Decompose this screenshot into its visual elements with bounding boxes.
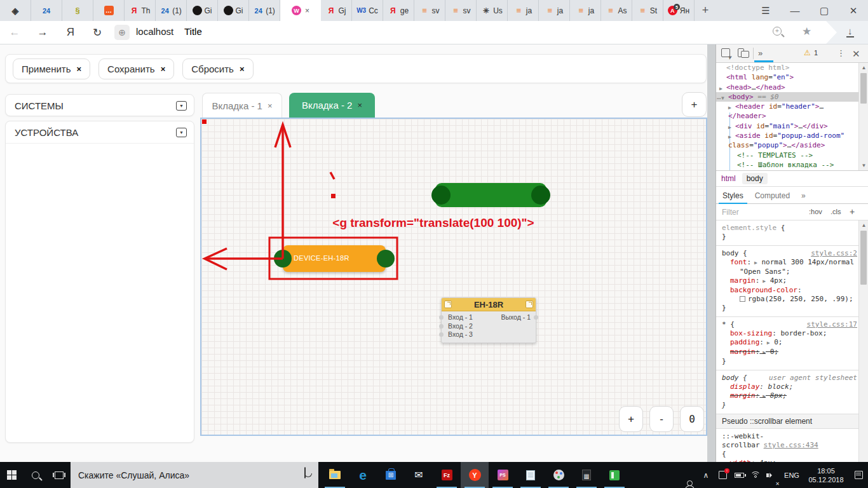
keyboard-language[interactable]: ENG [780, 471, 803, 479]
start-button[interactable] [0, 462, 24, 488]
window-close-button[interactable]: ✕ [839, 0, 868, 21]
add-editor-tab-button[interactable]: + [682, 92, 707, 117]
css-property[interactable]: font: ▶ normal 300 14px/normal "Open San… [722, 258, 857, 276]
css-property[interactable]: margin: ▶ 0; [722, 348, 857, 357]
tab-stackoverflow[interactable]: ≡St [632, 0, 663, 21]
dom-tree-line[interactable]: ▶<aside id="popup-add-room" [716, 131, 868, 140]
dom-tree-line[interactable]: ▶<head>…</head> [716, 83, 868, 92]
scroll-up-icon[interactable]: ▲ [859, 65, 868, 71]
taskbar-search-button[interactable] [24, 462, 47, 488]
window-maximize-button[interactable]: ▢ [810, 0, 839, 21]
taskbar-app-explorer[interactable] [321, 462, 349, 488]
css-property[interactable]: box-sizing: border-box; [722, 329, 857, 338]
site-globe-icon[interactable]: ⊕ [114, 25, 130, 40]
dom-tree-line[interactable]: class="popup">…</aside> [716, 140, 868, 150]
filter-input[interactable]: Filter [722, 208, 739, 217]
dom-tree-line[interactable]: <!-- TEMPLATES --> [716, 151, 868, 160]
window-minimize-button[interactable]: — [780, 0, 810, 21]
taskbar-app-filezilla[interactable]: Fz [433, 462, 461, 488]
new-rule-icon[interactable]: + [850, 207, 855, 217]
taskbar-app-store[interactable]: ⊞ [377, 462, 405, 488]
css-rule[interactable]: ::-webkit-scrollbarstyle.css:434{width: … [716, 429, 868, 462]
tab-github[interactable]: Gi [187, 0, 218, 21]
tab-wamp-active[interactable]: W× [280, 0, 321, 21]
dom-tree-line[interactable]: <!-- Шаблон вкладка --> [716, 160, 868, 170]
close-icon[interactable]: × [357, 100, 362, 110]
css-property[interactable]: background-color: [722, 286, 857, 295]
tab-orange[interactable]: … [93, 0, 125, 21]
node-copy-icon[interactable] [444, 301, 452, 308]
warning-icon[interactable]: ⚠ [804, 48, 811, 57]
css-property[interactable]: margin: ▶ 4px; [722, 276, 857, 286]
taskbar-app-phpstorm[interactable]: PS [489, 462, 517, 488]
tab-yandex-ge[interactable]: Яge [383, 0, 414, 21]
tab-w3schools[interactable]: W3Cc [352, 0, 383, 21]
node-output-row[interactable]: Выход - 1 [501, 313, 531, 322]
css-property[interactable]: padding: ▶ 0; [722, 338, 857, 348]
close-icon[interactable]: × [161, 64, 166, 74]
microphone-icon[interactable] [304, 468, 311, 477]
breadcrumb-body[interactable]: body [742, 173, 768, 184]
expand-arrow-icon[interactable]: ▶ [759, 349, 766, 355]
node-card-header[interactable]: EH-18R [442, 298, 536, 311]
dom-tree-scrollbar[interactable]: ▲ ▼ [858, 63, 868, 170]
tab-24-1[interactable]: 24(1) [249, 0, 280, 21]
tab-computed[interactable]: Computed [755, 191, 790, 200]
people-icon[interactable] [681, 473, 698, 478]
css-rule[interactable]: style.css:17* {box-sizing: border-box;pa… [716, 317, 868, 370]
dom-tree-line[interactable]: <html lang="en"> [716, 72, 868, 82]
breadcrumb-html[interactable]: html [721, 174, 736, 183]
tab-24[interactable]: 24 [31, 0, 62, 21]
close-icon[interactable]: × [240, 64, 245, 74]
back-icon[interactable]: ← [5, 21, 24, 44]
tab-yandex-gj[interactable]: ЯGj [321, 0, 352, 21]
capsule-left-port[interactable] [431, 186, 451, 205]
devtools-close-icon[interactable]: ✕ [852, 48, 860, 60]
expand-arrow-icon[interactable]: ▶ [759, 393, 766, 399]
tab-github[interactable]: Gi [218, 0, 249, 21]
alisa-search-box[interactable]: Скажите «Слушай, Алиса» [71, 462, 318, 488]
browser-menu-icon[interactable]: ☰ [751, 0, 780, 21]
taskbar-app-yandex-browser[interactable]: Y [461, 462, 489, 488]
editor-tab-2[interactable]: Вкладка - 2 × [289, 93, 375, 118]
scroll-up-icon[interactable]: ▲ [859, 222, 868, 228]
expand-arrow-icon[interactable]: ▶ [751, 260, 757, 266]
device-right-port[interactable] [377, 250, 395, 268]
class-button[interactable]: .cls [831, 208, 841, 215]
zoom-search-icon[interactable]: + [773, 27, 782, 36]
taskbar-clock[interactable]: 18:05 05.12.2018 [803, 466, 849, 484]
downloads-icon[interactable]: ↓ [846, 25, 854, 37]
tab-styles[interactable]: Styles [722, 191, 743, 200]
tab-more[interactable]: » [801, 191, 806, 200]
sidebar-item-devices[interactable]: УСТРОЙСТВА [15, 127, 78, 138]
tab-yandex-th[interactable]: ЯTh [125, 0, 156, 21]
url-text[interactable]: localhost [136, 26, 173, 37]
editor-tab-1[interactable]: Вкладка - 1 × [202, 93, 282, 118]
action-chip-3[interactable]: Сбросить× [182, 58, 253, 79]
action-center-icon[interactable]: ! [714, 471, 731, 479]
volume-muted-icon[interactable]: ✕ [764, 473, 780, 478]
scroll-down-icon[interactable]: ▼ [859, 163, 868, 168]
task-view-button[interactable] [47, 462, 71, 488]
scrollbar-thumb[interactable] [860, 231, 867, 285]
css-rule[interactable]: user agent stylesheetbody {display: bloc… [716, 370, 868, 414]
device-toolbar-icon[interactable] [738, 48, 744, 57]
node-input-row[interactable]: Вход - 2 [442, 322, 536, 331]
capsule-right-port[interactable] [531, 186, 550, 205]
node-card[interactable]: EH-18R Вход - 1Вход - 2Вход - 3Выход - 1 [441, 297, 536, 343]
yandex-icon[interactable]: Я [61, 21, 80, 44]
dom-tree-line[interactable]: <!doctype html> [716, 63, 868, 72]
battery-icon[interactable] [731, 473, 747, 478]
inspect-element-icon[interactable] [721, 48, 730, 57]
diagram-canvas[interactable]: <g transform="translate(100 100)"> DEVIC… [200, 118, 707, 436]
tab-stackoverflow[interactable]: ≡ja [508, 0, 539, 21]
bookmark-star-icon[interactable]: ★ [802, 25, 811, 38]
device-left-port[interactable] [274, 250, 292, 268]
stylesheet-link[interactable]: style.css:434 [764, 441, 818, 449]
wifi-icon[interactable] [747, 471, 764, 479]
css-property[interactable]: margin: ▶ 8px; [722, 391, 857, 401]
tab-yandex-browser[interactable]: A5Ян [663, 0, 695, 21]
node-copy-icon[interactable] [526, 301, 533, 308]
tab-24-1[interactable]: 24(1) [156, 0, 187, 21]
close-icon[interactable]: × [305, 6, 309, 15]
